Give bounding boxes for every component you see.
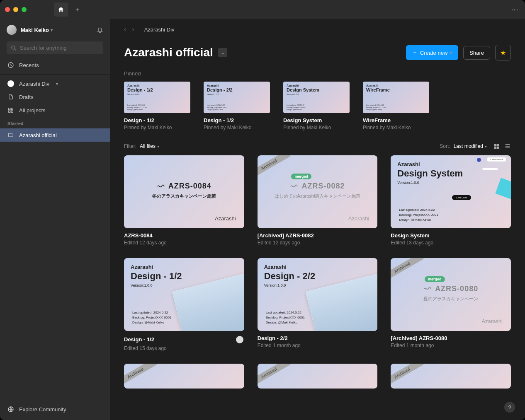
nav-forward[interactable]: ›	[132, 26, 134, 33]
chevron-down-icon: ▾	[51, 28, 53, 32]
file-subtitle: Edited 1 month ago	[391, 343, 511, 348]
file-title: [Archived] AZRS-0082	[258, 232, 378, 239]
svg-rect-4	[9, 111, 10, 112]
minimize-window[interactable]	[13, 7, 18, 12]
file-title: AZRS-0084	[124, 232, 244, 239]
file-icon	[7, 94, 14, 100]
thumbnail: Azarashi Design System Version:1.0.0 Las…	[283, 82, 350, 113]
nav-all-projects[interactable]: All projects	[0, 104, 110, 117]
sidebar: Maki Keiko▾ Recents Azarashi Div ▾ Draft…	[0, 19, 110, 420]
svg-rect-9	[494, 147, 496, 149]
sort-dropdown[interactable]: Last modified▾	[454, 143, 487, 149]
file-card[interactable]: Archived merged AZRS-0082 はじめてのAzarashi購…	[258, 155, 378, 246]
chevron-down-icon: ▾	[56, 82, 58, 86]
filter-label: Filter:	[124, 143, 136, 149]
sidebar-item-azarashi-official[interactable]: Azarashi official	[0, 128, 110, 142]
page-header: Azarashi official ⌄ ＋ Create new ▾ Share…	[110, 33, 525, 68]
home-tab[interactable]	[54, 2, 68, 17]
help-button[interactable]: ?	[504, 402, 515, 413]
svg-rect-8	[497, 144, 499, 146]
file-card[interactable]: Archived	[258, 364, 378, 389]
card-title: Design System	[283, 117, 350, 123]
file-card[interactable]: Azarashi Design - 2/2 Version:1.0.0 Last…	[258, 258, 378, 351]
nav-explore-community[interactable]: Explore Community	[0, 403, 110, 420]
card-subtitle: Pinned by Maki Keiko	[363, 125, 429, 130]
star-button[interactable]: ★	[495, 45, 511, 60]
pinned-card[interactable]: Azarashi WireFrame Last updated: 2024.5.…	[363, 82, 429, 130]
nav-label: All projects	[19, 107, 46, 113]
window-controls	[5, 7, 27, 12]
title-dropdown[interactable]: ⌄	[218, 48, 227, 57]
file-card[interactable]: AZRS-0084 冬のアラスカキャンペーン施策 AzarashiAZRS-00…	[124, 155, 244, 246]
new-tab-button[interactable]: ＋	[70, 2, 85, 17]
share-button[interactable]: Share	[463, 46, 490, 60]
pinned-card[interactable]: Azarashi Design - 2/2 Version:1.0.0 Last…	[204, 82, 270, 130]
notifications-icon[interactable]	[97, 27, 103, 33]
breadcrumb[interactable]: Azarashi Div	[144, 27, 175, 33]
file-card[interactable]: Azarashi Design System Version:1.0.0 Las…	[391, 155, 511, 246]
svg-rect-2	[9, 108, 10, 110]
folder-icon	[7, 132, 14, 138]
collaborator-avatar	[235, 335, 244, 344]
button-label: Create new	[420, 50, 447, 56]
page-title: Azarashi official	[124, 46, 213, 59]
clock-icon	[7, 62, 14, 68]
nav-back[interactable]: ‹	[124, 26, 126, 33]
svg-point-0	[12, 46, 15, 49]
file-subtitle: Edited 1 month ago	[258, 343, 378, 348]
file-card[interactable]: Azarashi Design - 1/2 Version:1.0.0 Last…	[124, 258, 244, 351]
file-title: [Archived] AZRS-0080	[391, 335, 511, 341]
thumbnail: Archived	[258, 364, 378, 389]
file-title: Design - 1/2	[124, 336, 232, 343]
grid-icon	[7, 107, 14, 113]
card-subtitle: Pinned by Maki Keiko	[283, 125, 350, 130]
file-card[interactable]: Archived	[391, 364, 511, 389]
user-menu[interactable]: Maki Keiko▾	[0, 19, 110, 39]
search-box[interactable]	[7, 41, 103, 54]
nav-label: Azarashi Div	[19, 81, 49, 87]
more-menu[interactable]: ⋯	[511, 5, 519, 14]
plus-icon: ＋	[412, 49, 418, 56]
svg-rect-10	[497, 147, 499, 149]
card-title: Design - 1/2	[204, 117, 270, 123]
chevron-down-icon: ▾	[450, 51, 452, 55]
nav-team[interactable]: Azarashi Div ▾	[0, 77, 110, 90]
pinned-row: Azarashi Design - 1/2 Version:1.0.0 Last…	[110, 82, 525, 143]
search-input[interactable]	[20, 45, 99, 51]
sort-label: Sort:	[440, 143, 450, 149]
thumbnail: Azarashi Design - 1/2 Version:1.0.0 Last…	[124, 258, 244, 331]
main-content: ‹ › Azarashi Div Azarashi official ⌄ ＋ C…	[110, 19, 525, 420]
nav-recents[interactable]: Recents	[0, 58, 110, 72]
thumbnail: Azarashi WireFrame Last updated: 2024.5.…	[363, 82, 429, 113]
nav-label: Explore Community	[19, 406, 66, 413]
thumbnail: Archived	[391, 364, 511, 389]
filter-bar: Filter: All files▾ Sort: Last modified▾	[110, 143, 525, 155]
nav-drafts[interactable]: Drafts	[0, 90, 110, 104]
svg-rect-7	[494, 144, 496, 146]
close-window[interactable]	[5, 7, 10, 12]
grid-view-icon[interactable]	[493, 143, 500, 150]
file-subtitle: Edited 12 days ago	[258, 240, 378, 246]
file-card[interactable]: Archived merged AZRS-0080 夏のアラスカキャンペーン A…	[391, 258, 511, 351]
button-label: Share	[469, 50, 484, 56]
pinned-card[interactable]: Azarashi Design System Version:1.0.0 Las…	[283, 82, 350, 130]
search-icon	[11, 45, 17, 51]
thumbnail: Archived	[124, 364, 244, 389]
thumbnail: Azarashi Design System Version:1.0.0 Las…	[391, 155, 511, 228]
create-new-button[interactable]: ＋ Create new ▾	[406, 45, 458, 60]
svg-rect-5	[11, 111, 13, 112]
file-card[interactable]: Archived	[124, 364, 244, 389]
nav-label: Azarashi official	[19, 132, 57, 138]
breadcrumb-bar: ‹ › Azarashi Div	[110, 19, 525, 33]
pinned-card[interactable]: Azarashi Design - 1/2 Version:1.0.0 Last…	[124, 82, 190, 130]
starred-heading: Starred	[0, 117, 110, 128]
thumbnail: Archived merged AZRS-0080 夏のアラスカキャンペーン A…	[391, 258, 511, 331]
card-title: Design - 1/2	[124, 117, 190, 123]
filter-dropdown[interactable]: All files▾	[140, 143, 159, 149]
thumbnail: AZRS-0084 冬のアラスカキャンペーン施策 Azarashi	[124, 155, 244, 228]
thumbnail: Azarashi Design - 1/2 Version:1.0.0 Last…	[124, 82, 190, 113]
list-view-icon[interactable]	[504, 143, 511, 150]
card-subtitle: Pinned by Maki Keiko	[124, 125, 190, 130]
maximize-window[interactable]	[22, 7, 27, 12]
user-name-label: Maki Keiko	[21, 27, 49, 33]
